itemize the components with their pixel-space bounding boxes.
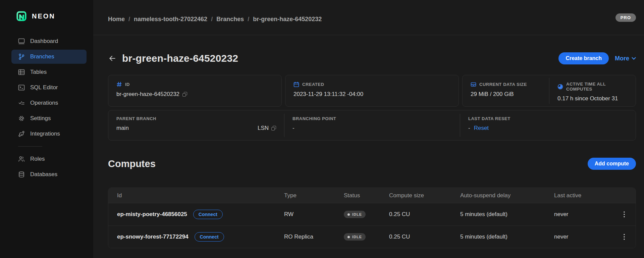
- last-data-reset-label: LAST DATA RESET: [468, 116, 511, 121]
- breadcrumb-separator: /: [248, 16, 249, 23]
- kebab-menu-icon[interactable]: [622, 209, 627, 219]
- created-card-label: CREATED: [302, 82, 324, 87]
- computes-title: Computes: [108, 158, 156, 169]
- status-badge: IDLE: [344, 211, 366, 218]
- breadcrumb-home[interactable]: Home: [108, 16, 125, 23]
- status-badge: IDLE: [344, 233, 366, 241]
- dashboard-icon: [18, 38, 25, 45]
- databases-icon: [18, 171, 25, 178]
- last-data-reset-section: LAST DATA RESET - Reset: [460, 114, 636, 137]
- reset-link[interactable]: Reset: [474, 125, 489, 132]
- settings-icon: [18, 115, 25, 122]
- parent-branch-label: PARENT BRANCH: [116, 116, 156, 121]
- sidebar-item-integrations[interactable]: Integrations: [11, 127, 87, 141]
- compute-id: ep-misty-poetry-46856025: [117, 211, 187, 218]
- branch-id-value: br-green-haze-64520232: [116, 91, 179, 98]
- compute-size: 0.25 CU: [389, 234, 460, 240]
- lsn-label: LSN: [258, 125, 269, 132]
- main-content: Home / nameless-tooth-27022462 / Branche…: [93, 0, 644, 258]
- sql-editor-icon: [18, 84, 25, 91]
- brand-logo[interactable]: NEON: [0, 0, 93, 30]
- sidebar-item-tables[interactable]: Tables: [11, 65, 87, 79]
- neon-logo-icon: [15, 10, 28, 22]
- data-size-label: CURRENT DATA SIZE: [479, 82, 527, 87]
- chevron-down-icon: [632, 57, 636, 60]
- sidebar: NEON Dashboard Branches: [0, 0, 93, 258]
- sidebar-item-label: SQL Editor: [30, 84, 58, 91]
- id-card-label: ID: [125, 82, 130, 87]
- table-header-row: Id Type Status Compute size Auto-suspend…: [108, 188, 636, 203]
- back-button[interactable]: [108, 54, 117, 63]
- app-root: NEON Dashboard Branches: [0, 0, 644, 258]
- sidebar-item-sql-editor[interactable]: SQL Editor: [11, 81, 87, 95]
- active-time-value: 0.17 h since October 31: [557, 95, 618, 102]
- connect-button[interactable]: Connect: [193, 210, 223, 219]
- page-title: br-green-haze-64520232: [122, 53, 238, 64]
- copy-icon[interactable]: [271, 126, 276, 131]
- add-compute-button[interactable]: Add compute: [588, 158, 636, 170]
- sidebar-item-label: Settings: [30, 115, 51, 122]
- sidebar-item-label: Dashboard: [30, 38, 58, 45]
- compute-type: RO Replica: [284, 234, 344, 240]
- compute-row[interactable]: ep-snowy-forest-77172294 Connect RO Repl…: [108, 225, 636, 248]
- idle-dot: [347, 236, 350, 238]
- status-text: IDLE: [352, 212, 362, 216]
- active-time-icon: [557, 84, 563, 90]
- sidebar-item-roles[interactable]: Roles: [11, 152, 87, 166]
- auto-suspend-delay: 5 minutes (default): [460, 234, 554, 240]
- branch-info-card: PARENT BRANCH main LSN BRANCHING POINT: [108, 110, 636, 141]
- sidebar-item-operations[interactable]: Operations: [11, 96, 87, 110]
- sidebar-item-databases[interactable]: Databases: [11, 167, 87, 182]
- last-active: never: [554, 234, 613, 240]
- breadcrumb-branches[interactable]: Branches: [216, 16, 244, 23]
- sidebar-item-label: Databases: [30, 171, 57, 178]
- info-cards-row: ID br-green-haze-64520232 CREATED: [108, 75, 636, 107]
- roles-icon: [18, 156, 25, 162]
- copy-icon[interactable]: [182, 92, 187, 97]
- kebab-menu-icon[interactable]: [622, 232, 627, 242]
- sidebar-item-branches[interactable]: Branches: [11, 50, 87, 64]
- last-active: never: [554, 211, 613, 218]
- branches-icon: [18, 53, 25, 60]
- col-header-status: Status: [344, 192, 389, 199]
- back-arrow-icon: [108, 54, 117, 63]
- auto-suspend-delay: 5 minutes (default): [460, 211, 554, 218]
- create-branch-button[interactable]: Create branch: [558, 52, 609, 64]
- hash-icon: [116, 82, 122, 87]
- breadcrumb-project[interactable]: nameless-tooth-27022462: [134, 16, 207, 23]
- branching-point-value: -: [292, 125, 294, 132]
- active-time-label: ACTIVE TIME ALL COMPUTES: [566, 82, 628, 92]
- col-header-last-active: Last active: [554, 192, 613, 199]
- parent-branch-value: main: [116, 125, 129, 132]
- sidebar-nav: Dashboard Branches Tables: [0, 30, 93, 182]
- sidebar-item-label: Operations: [30, 100, 58, 106]
- computes-header: Computes Add compute: [108, 157, 636, 170]
- sidebar-item-dashboard[interactable]: Dashboard: [11, 34, 87, 48]
- compute-size: 0.25 CU: [389, 211, 460, 218]
- data-size-icon: [471, 82, 476, 87]
- compute-id: ep-snowy-forest-77172294: [117, 234, 189, 240]
- data-size-section: CURRENT DATA SIZE 29 MiB / 200 GiB: [463, 75, 549, 106]
- sidebar-item-label: Tables: [30, 69, 47, 75]
- sidebar-item-label: Integrations: [30, 131, 60, 137]
- breadcrumb-separator: /: [128, 16, 130, 23]
- sidebar-item-label: Roles: [30, 156, 45, 162]
- connect-button[interactable]: Connect: [195, 232, 224, 242]
- branching-point-section: BRANCHING POINT -: [284, 114, 460, 137]
- status-text: IDLE: [352, 235, 362, 239]
- branching-point-label: BRANCHING POINT: [292, 116, 336, 121]
- breadcrumb-current-branch[interactable]: br-green-haze-64520232: [253, 16, 322, 23]
- compute-row[interactable]: ep-misty-poetry-46856025 Connect RW IDLE…: [108, 203, 636, 225]
- sidebar-item-settings[interactable]: Settings: [11, 111, 87, 125]
- plan-badge[interactable]: PRO: [615, 13, 636, 22]
- top-bar: Home / nameless-tooth-27022462 / Branche…: [93, 0, 644, 35]
- tables-icon: [18, 69, 25, 75]
- col-header-type: Type: [284, 192, 344, 199]
- created-value: 2023-11-29 13:11:32 -04:00: [293, 91, 363, 98]
- operations-icon: [18, 100, 25, 106]
- title-row: br-green-haze-64520232 Create branch Mor…: [108, 52, 636, 65]
- sidebar-item-label: Branches: [30, 53, 54, 60]
- compute-type: RW: [284, 211, 344, 218]
- data-size-value: 29 MiB / 200 GiB: [471, 91, 514, 98]
- more-button[interactable]: More: [615, 55, 636, 62]
